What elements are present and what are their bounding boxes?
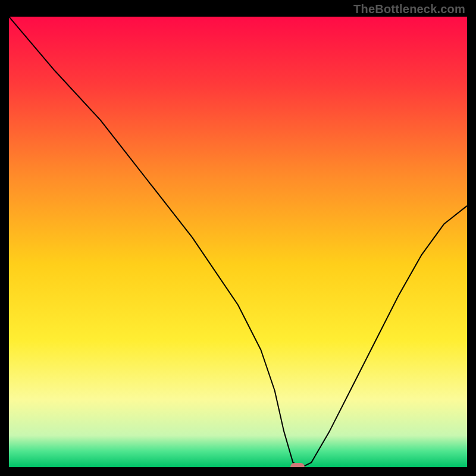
svg-rect-0 — [9, 17, 467, 467]
plot-area — [9, 17, 467, 467]
plot-svg — [9, 17, 467, 467]
credit-label: TheBottleneck.com — [353, 2, 465, 16]
optimum-marker — [290, 463, 305, 467]
chart-frame: TheBottleneck.com — [0, 0, 476, 476]
